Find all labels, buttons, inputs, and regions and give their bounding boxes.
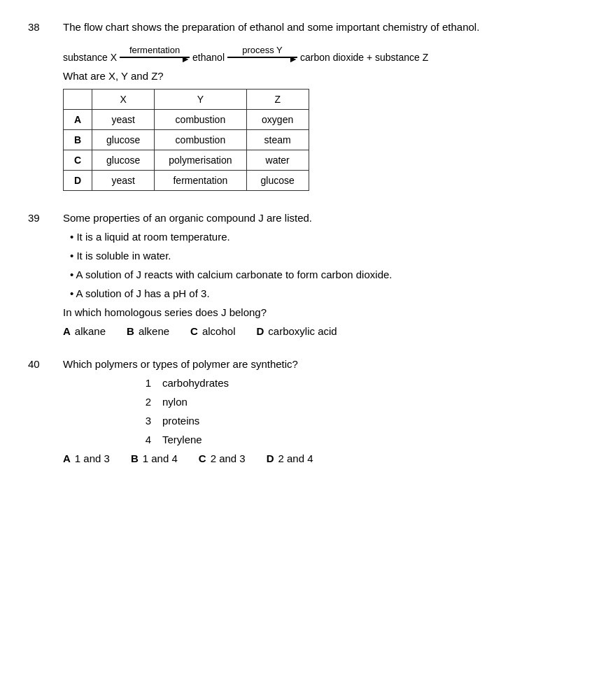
q40-text: Which polymers or types of polymer are s… [63,358,566,370]
flow-arrow-1: fermentation ► [120,45,190,58]
q38-text: The flow chart shows the preparation of … [63,21,566,33]
item-text-1: carbohydrates [162,377,229,389]
item-num-3: 3 [140,415,151,427]
list-item-2: 2 nylon [140,396,566,408]
what-are-xyz: What are X, Y and Z? [63,70,566,82]
option-c-alcohol: C alcohol [190,325,235,337]
table-header-x: X [92,90,155,110]
row-d-x: yeast [92,171,155,191]
option-d-carboxylic: D carboxylic acid [256,325,337,337]
q39-question: In which homologous series does J belong… [63,306,566,318]
flow-arrow-2: process Y ► [227,45,297,58]
item-text-4: Terylene [162,434,202,445]
option-b-alkene: B alkene [127,325,169,337]
row-c-y: polymerisation [155,150,246,171]
list-item-4: 4 Terylene [140,434,566,445]
flow-substance-x: _ substance X [63,40,117,63]
table-row: C glucose polymerisation water [64,150,309,171]
row-d-z: glucose [246,171,309,191]
q38-table: X Y Z A yeast combustion oxygen B glucos… [63,89,309,191]
row-a-z: oxygen [246,110,309,130]
bullet-1: It is a liquid at room temperature. [70,231,566,243]
row-b-x: glucose [92,130,155,150]
option-b-text: alkene [139,325,169,337]
row-b-y: combustion [155,130,246,150]
q40-option-c-letter: C [199,452,206,464]
q38-number: 38 [28,21,49,33]
question-38: 38 The flow chart shows the preparation … [28,21,566,191]
q40-option-b-letter: B [131,452,139,464]
table-row: B glucose combustion steam [64,130,309,150]
option-b-letter: B [127,325,134,337]
flow-result: _ carbon dioxide + substance Z [300,40,428,63]
table-header-y: Y [155,90,246,110]
item-num-4: 4 [140,434,151,445]
row-a-y: combustion [155,110,246,130]
option-d-letter: D [256,325,264,337]
q39-bullets: It is a liquid at room temperature. It i… [70,231,566,299]
q40-option-a-letter: A [63,452,71,464]
table-row: D yeast fermentation glucose [64,171,309,191]
ethanol-label: ethanol [192,52,225,63]
item-num-1: 1 [140,377,151,389]
row-d-y: fermentation [155,171,246,191]
q40-options: A 1 and 3 B 1 and 4 C 2 and 3 D 2 and 4 [63,452,566,464]
substance-x-label: substance X [63,52,117,63]
q40-option-a-text: 1 and 3 [75,452,110,464]
bullet-2: It is soluble in water. [70,250,566,262]
row-d-letter: D [64,171,92,191]
option-a-alkane: A alkane [63,325,106,337]
row-b-z: steam [246,130,309,150]
flow-ethanol: _ ethanol [192,40,225,63]
q39-number: 39 [28,212,49,224]
row-c-letter: C [64,150,92,171]
q40-option-d-letter: D [267,452,274,464]
q40-option-c-text: 2 and 3 [211,452,246,464]
table-header-z: Z [246,90,309,110]
q38-flowchart: _ substance X fermentation ► _ ethanol p… [63,40,566,63]
q40-option-b: B 1 and 4 [131,452,178,464]
q40-number: 40 [28,358,49,370]
q40-option-a: A 1 and 3 [63,452,110,464]
list-item-1: 1 carbohydrates [140,377,566,389]
row-b-letter: B [64,130,92,150]
q39-options: A alkane B alkene C alcohol D carboxylic… [63,325,566,337]
item-text-2: nylon [162,396,188,408]
table-header-blank [64,90,92,110]
row-c-z: water [246,150,309,171]
option-a-text: alkane [75,325,106,337]
q39-text: Some properties of an organic compound J… [63,212,566,224]
question-39: 39 Some properties of an organic compoun… [28,212,566,337]
q40-option-d-text: 2 and 4 [278,452,313,464]
row-a-x: yeast [92,110,155,130]
list-item-3: 3 proteins [140,415,566,427]
result-label: carbon dioxide + substance Z [300,52,428,63]
q40-items: 1 carbohydrates 2 nylon 3 proteins 4 Ter… [140,377,566,445]
option-a-letter: A [63,325,71,337]
bullet-3: A solution of J reacts with calcium carb… [70,269,566,280]
question-40: 40 Which polymers or types of polymer ar… [28,358,566,464]
arrow1-label: fermentation [129,45,180,55]
table-row: A yeast combustion oxygen [64,110,309,130]
row-a-letter: A [64,110,92,130]
option-c-letter: C [190,325,198,337]
arrow2-label: process Y [242,45,283,55]
bullet-4: A solution of J has a pH of 3. [70,287,566,299]
q40-option-b-text: 1 and 4 [143,452,178,464]
item-text-3: proteins [162,415,199,427]
q40-option-c: C 2 and 3 [199,452,246,464]
option-c-text: alcohol [202,325,236,337]
option-d-text: carboxylic acid [268,325,337,337]
q40-option-d: D 2 and 4 [267,452,313,464]
item-num-2: 2 [140,396,151,408]
row-c-x: glucose [92,150,155,171]
